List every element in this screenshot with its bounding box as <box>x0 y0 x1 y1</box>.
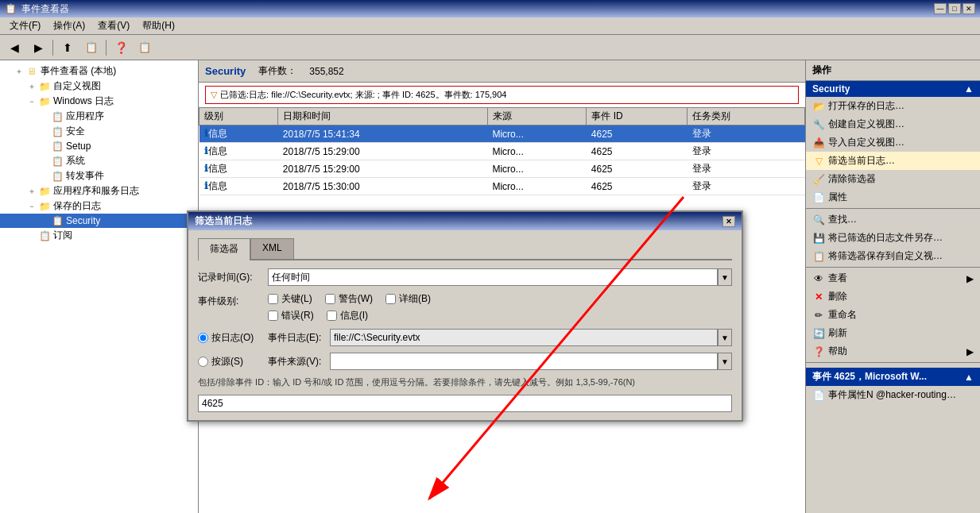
note-text: 包括/排除事件 ID：输入 ID 号和/或 ID 范围，使用逗号分隔。若要排除条… <box>198 376 732 388</box>
record-time-label: 记录时间(G): <box>198 268 261 284</box>
cb-detail-label: 详细(B) <box>399 292 431 306</box>
event-log-select-wrapper: ▼ <box>330 329 732 346</box>
event-level-label: 事件级别: <box>198 292 261 308</box>
dialog-title: 筛选当前日志 <box>195 214 252 228</box>
event-source-dropdown-arrow[interactable]: ▼ <box>718 353 732 370</box>
by-source-label: 按源(S) <box>211 355 243 368</box>
event-source-label: 事件来源(V): <box>268 355 323 368</box>
cb-detail[interactable]: 详细(B) <box>385 292 431 306</box>
event-log-input[interactable] <box>330 329 718 346</box>
by-log-radio-label[interactable]: 按日志(O) <box>198 331 261 345</box>
record-time-control: ▼ <box>268 268 732 286</box>
event-log-label: 事件日志(E): <box>268 331 323 345</box>
event-source-input[interactable] <box>330 353 718 370</box>
record-time-dropdown-arrow[interactable]: ▼ <box>718 268 732 286</box>
tab-filter[interactable]: 筛选器 <box>198 238 250 260</box>
by-source-radio-label[interactable]: 按源(S) <box>198 355 261 368</box>
dialog-body: 筛选器 XML 记录时间(G): ▼ 事件级别: <box>188 230 742 420</box>
cb-info-input[interactable] <box>327 310 337 321</box>
record-time-select-wrapper: ▼ <box>268 268 732 286</box>
record-time-input[interactable] <box>268 268 718 286</box>
cb-error-label: 错误(R) <box>281 309 314 322</box>
log-source-row: 按日志(O) 事件日志(E): ▼ 按源(S) <box>198 329 732 370</box>
dialog-overlay: 筛选当前日志 ✕ 筛选器 XML 记录时间(G): ▼ 事 <box>0 0 980 513</box>
filter-dialog: 筛选当前日志 ✕ 筛选器 XML 记录时间(G): ▼ 事 <box>187 210 743 422</box>
cb-critical-input[interactable] <box>268 294 278 304</box>
record-time-row: 记录时间(G): ▼ <box>198 268 732 286</box>
dialog-close-button[interactable]: ✕ <box>722 216 735 227</box>
checkbox-group-row1: 关键(L) 警告(W) 详细(B) <box>268 292 732 306</box>
by-source-row: 按源(S) 事件来源(V): ▼ <box>198 353 732 370</box>
cb-error-input[interactable] <box>268 310 278 321</box>
dialog-tabs: 筛选器 XML <box>198 238 732 260</box>
cb-critical[interactable]: 关键(L) <box>268 292 312 306</box>
event-log-dropdown-arrow[interactable]: ▼ <box>718 329 732 346</box>
event-id-input[interactable] <box>198 395 732 412</box>
cb-error[interactable]: 错误(R) <box>268 309 314 322</box>
checkbox-group-row2: 错误(R) 信息(I) <box>268 309 732 322</box>
cb-detail-input[interactable] <box>385 294 396 304</box>
cb-info[interactable]: 信息(I) <box>327 309 368 322</box>
by-log-label: 按日志(O) <box>211 331 254 345</box>
tab-xml[interactable]: XML <box>250 238 294 259</box>
cb-warning-input[interactable] <box>325 294 335 304</box>
event-source-select-wrapper: ▼ <box>330 353 732 370</box>
by-log-radio[interactable] <box>198 333 208 343</box>
log-source-options: 按日志(O) 事件日志(E): ▼ 按源(S) <box>198 329 732 370</box>
cb-warning[interactable]: 警告(W) <box>325 292 373 306</box>
by-log-row: 按日志(O) 事件日志(E): ▼ <box>198 329 732 346</box>
cb-warning-label: 警告(W) <box>339 292 373 306</box>
cb-info-label: 信息(I) <box>340 309 368 322</box>
event-level-row: 事件级别: 关键(L) 警告(W) 详细(B) <box>198 292 732 322</box>
dialog-title-bar: 筛选当前日志 ✕ <box>188 212 742 230</box>
by-source-radio[interactable] <box>198 357 208 367</box>
event-level-checkboxes: 关键(L) 警告(W) 详细(B) <box>268 292 732 322</box>
cb-critical-label: 关键(L) <box>281 292 312 306</box>
